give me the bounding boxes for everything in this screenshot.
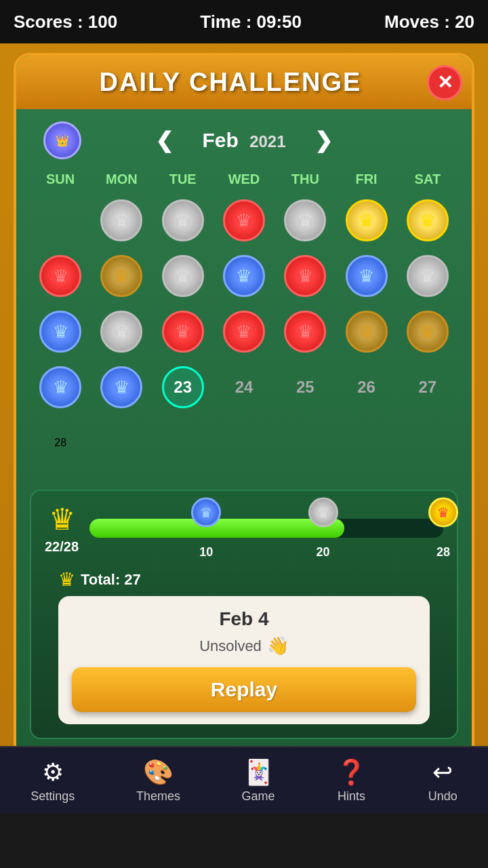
cal-cell-7[interactable]: ♛ (30, 250, 91, 302)
day-badge-11[interactable]: ♛ (284, 255, 326, 297)
scores-label: Scores : 100 (14, 12, 117, 33)
themes-icon: 🎨 (143, 758, 174, 787)
progress-row: ♛ 22/28 ♛ 10 (45, 502, 443, 555)
milestone-28-badge: ♛ (428, 498, 458, 528)
calendar-row-4: ♛ ♛ 23 24 25 26 (30, 361, 458, 414)
replay-button[interactable]: Replay (72, 667, 416, 712)
day-badge-20[interactable]: ♛ (407, 311, 449, 353)
day-badge-10[interactable]: ♛ (223, 255, 265, 297)
cal-cell-16[interactable]: ♛ (152, 305, 214, 358)
day-badge-15[interactable]: ♛ (100, 311, 142, 353)
cal-cell-25[interactable]: 25 (274, 361, 336, 414)
cal-empty-2 (152, 416, 214, 469)
hand-icon: 👋 (267, 635, 289, 656)
day-badge-16[interactable]: ♛ (162, 311, 204, 353)
total-crown-icon: ♛ (58, 568, 75, 591)
detail-date: Feb 4 (72, 608, 416, 630)
calendar-row-2: ♛ ♛ ♛ ♛ ♛ ♛ (30, 250, 458, 302)
cal-cell-5[interactable]: ♛ (336, 194, 396, 247)
day-badge-9[interactable]: ♛ (162, 255, 204, 297)
cal-cell-2[interactable]: ♛ (152, 194, 214, 247)
moves-label: Moves : 20 (384, 12, 474, 33)
game-label: Game (241, 789, 274, 804)
cal-cell-19[interactable]: ♛ (336, 305, 396, 358)
cal-cell-17[interactable]: ♛ (214, 305, 274, 358)
cal-cell-15[interactable]: ♛ (91, 305, 152, 358)
cal-empty-4 (274, 416, 336, 469)
cal-cell-3[interactable]: ♛ (214, 194, 274, 247)
cal-cell-22[interactable]: ♛ (91, 361, 152, 414)
nav-settings[interactable]: ⚙ Settings (30, 758, 75, 804)
nav-undo[interactable]: ↩ Undo (428, 758, 458, 804)
day-badge-17[interactable]: ♛ (223, 311, 265, 353)
header-wed: WED (214, 169, 274, 190)
bottom-navigation: ⚙ Settings 🎨 Themes 🃏 Game ❓ Hints ↩ Und… (0, 746, 488, 814)
year-label: 2021 (249, 132, 285, 151)
day-badge-5[interactable]: ♛ (346, 199, 388, 241)
day-badge-14[interactable]: ♛ (39, 311, 81, 353)
day-num-26[interactable]: 26 (357, 378, 375, 397)
next-month-button[interactable]: ❯ (306, 125, 341, 156)
milestone-10-label: 10 (199, 545, 213, 559)
cal-cell-9[interactable]: ♛ (152, 250, 214, 302)
month-nav: 👑 ❮ Feb 2021 ❯ (30, 120, 458, 161)
themes-label: Themes (136, 789, 180, 804)
cal-cell-6[interactable]: ♛ (397, 194, 458, 247)
day-badge-19[interactable]: ♛ (346, 311, 388, 353)
cal-cell-20[interactable]: ♛ (397, 305, 458, 358)
nav-game[interactable]: 🃏 Game (241, 758, 274, 804)
cal-cell-13[interactable]: ♛ (397, 250, 458, 302)
prev-month-button[interactable]: ❮ (147, 125, 182, 156)
cal-cell-28[interactable]: 28 (30, 416, 91, 469)
day-badge-3[interactable]: ♛ (223, 199, 265, 241)
day-badge-7[interactable]: ♛ (39, 255, 81, 297)
cal-cell-24[interactable]: 24 (214, 361, 274, 414)
day-num-27[interactable]: 27 (418, 378, 436, 397)
day-badge-6[interactable]: ♛ (407, 199, 449, 241)
cal-cell-23[interactable]: 23 (152, 361, 214, 414)
day-num-24[interactable]: 24 (235, 378, 253, 397)
day-badge-8[interactable]: ♛ (100, 255, 142, 297)
cal-cell-1[interactable]: ♛ (91, 194, 152, 247)
hints-icon: ❓ (336, 758, 367, 787)
day-badge-21[interactable]: ♛ (39, 366, 81, 408)
nav-hints[interactable]: ❓ Hints (336, 758, 367, 804)
detail-box: Feb 4 Unsolved 👋 Replay (58, 596, 430, 724)
day-badge-4[interactable]: ♛ (284, 199, 326, 241)
day-badge-12[interactable]: ♛ (346, 255, 388, 297)
detail-status: Unsolved (199, 637, 262, 655)
milestone-20: ♛ 20 (308, 498, 338, 559)
cal-cell-12[interactable]: ♛ (336, 250, 396, 302)
calendar-header-row: SUN MON TUE WED THU FRI SAT (30, 169, 458, 190)
cal-cell-18[interactable]: ♛ (274, 305, 336, 358)
cal-cell-10[interactable]: ♛ (214, 250, 274, 302)
close-button[interactable]: ✕ (427, 65, 462, 100)
undo-label: Undo (428, 789, 458, 804)
progress-bar-container: ♛ 10 ♛ 20 ♛ (89, 519, 443, 538)
day-badge-22[interactable]: ♛ (100, 366, 142, 408)
header-mon: MON (91, 169, 152, 190)
cal-cell-8[interactable]: ♛ (91, 250, 152, 302)
day-num-28[interactable]: 28 (54, 437, 66, 449)
cal-cell-4[interactable]: ♛ (274, 194, 336, 247)
settings-icon: ⚙ (42, 758, 64, 787)
cal-cell-26[interactable]: 26 (336, 361, 396, 414)
day-num-25[interactable]: 25 (296, 378, 314, 397)
cal-cell-27[interactable]: 27 (397, 361, 458, 414)
day-badge-18[interactable]: ♛ (284, 311, 326, 353)
milestone-20-label: 20 (317, 545, 330, 559)
cal-cell-11[interactable]: ♛ (274, 250, 336, 302)
game-icon: 🃏 (243, 758, 274, 787)
day-badge-1[interactable]: ♛ (100, 199, 142, 241)
milestone-28-label: 28 (436, 545, 450, 559)
today-circle-23[interactable]: 23 (162, 366, 204, 408)
header-sat: SAT (397, 169, 458, 190)
cal-cell-14[interactable]: ♛ (30, 305, 91, 358)
crown-count: ♛ 22/28 (45, 502, 79, 555)
cal-empty-1 (91, 416, 152, 469)
cal-cell-21[interactable]: ♛ (30, 361, 91, 414)
nav-themes[interactable]: 🎨 Themes (136, 758, 180, 804)
day-badge-2[interactable]: ♛ (162, 199, 204, 241)
header-fri: FRI (336, 169, 396, 190)
day-badge-13[interactable]: ♛ (407, 255, 449, 297)
